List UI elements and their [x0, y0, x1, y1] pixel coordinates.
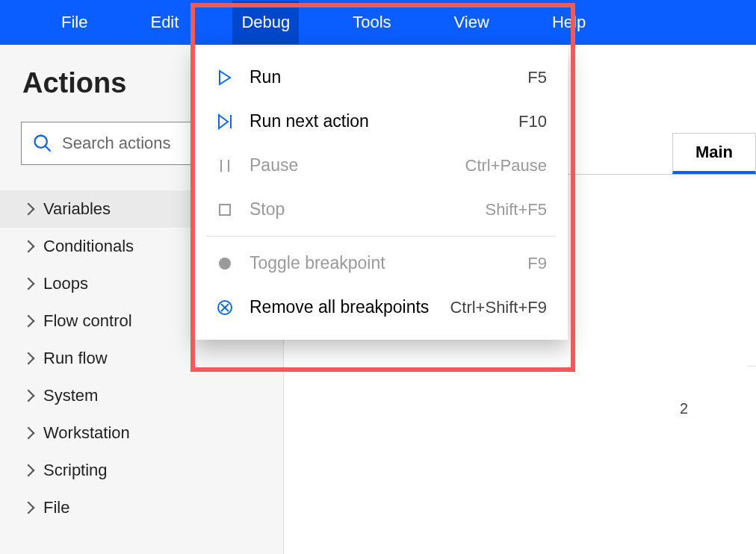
category-workstation[interactable]: Workstation	[0, 414, 283, 452]
debug-dropdown: Run F5 Run next action F10 Pause Ctrl+Pa…	[194, 45, 568, 340]
dd-shortcut: F9	[527, 254, 547, 273]
svg-rect-7	[220, 205, 230, 215]
menu-debug[interactable]: Debug	[232, 1, 299, 44]
stop-icon	[215, 203, 235, 217]
chevron-right-icon	[22, 390, 35, 402]
chevron-right-icon	[22, 427, 35, 440]
dd-label: Remove all breakpoints	[250, 297, 450, 317]
dd-separator	[206, 236, 556, 237]
category-file[interactable]: File	[0, 489, 283, 526]
dd-remove-breakpoints[interactable]: Remove all breakpoints Ctrl+Shift+F9	[194, 285, 568, 329]
pause-icon	[215, 158, 235, 173]
step-icon	[215, 113, 235, 130]
search-icon	[32, 133, 53, 154]
category-label: File	[43, 498, 69, 517]
menu-edit[interactable]: Edit	[141, 1, 188, 44]
menu-file[interactable]: File	[52, 1, 96, 44]
category-label: Conditionals	[43, 237, 134, 256]
chevron-right-icon	[22, 278, 35, 290]
dd-toggle-breakpoint: Toggle breakpoint F9	[194, 241, 568, 285]
svg-point-8	[219, 258, 231, 270]
dd-run[interactable]: Run F5	[194, 55, 568, 99]
category-label: Run flow	[43, 349, 108, 368]
category-system[interactable]: System	[0, 377, 283, 414]
category-label: Variables	[43, 199, 111, 219]
category-label: System	[43, 386, 98, 405]
svg-marker-3	[219, 115, 228, 128]
dd-label: Toggle breakpoint	[250, 253, 527, 273]
menubar: File Edit Debug Tools View Help	[0, 0, 756, 45]
step-display-input-dialog[interactable]: play input dialog play input dialog with…	[747, 231, 756, 341]
svg-marker-2	[220, 71, 230, 84]
category-label: Scripting	[43, 461, 108, 480]
category-label: Loops	[43, 274, 88, 293]
dd-label: Run next action	[250, 111, 518, 131]
tab-main[interactable]: Main	[672, 133, 756, 174]
menu-tools[interactable]: Tools	[344, 1, 400, 44]
dd-pause: Pause Ctrl+Pause	[194, 143, 568, 187]
remove-breakpoint-icon	[215, 299, 235, 316]
dd-label: Run	[250, 67, 527, 87]
dd-stop: Stop Shift+F5	[194, 187, 568, 231]
chevron-right-icon	[22, 464, 35, 477]
category-run-flow[interactable]: Run flow	[0, 340, 283, 377]
breakpoint-icon	[215, 256, 235, 271]
menu-help[interactable]: Help	[543, 1, 595, 44]
dd-label: Stop	[250, 199, 485, 220]
dd-shortcut: Ctrl+Shift+F9	[450, 298, 547, 317]
dd-shortcut: Ctrl+Pause	[465, 156, 547, 175]
dd-run-next[interactable]: Run next action F10	[194, 99, 568, 143]
category-label: Workstation	[43, 423, 130, 443]
dd-shortcut: F10	[518, 112, 547, 131]
step-display-message[interactable]: play message Display message 'Hello ' U …	[747, 366, 756, 449]
chevron-right-icon	[22, 315, 35, 328]
chevron-right-icon	[22, 352, 35, 365]
play-icon	[215, 69, 235, 86]
svg-point-0	[35, 136, 47, 148]
category-label: Flow control	[43, 311, 132, 331]
chevron-right-icon	[22, 502, 35, 514]
chevron-right-icon	[22, 203, 35, 216]
svg-line-1	[46, 146, 51, 152]
chevron-right-icon	[22, 240, 35, 253]
menu-view[interactable]: View	[445, 1, 498, 44]
category-scripting[interactable]: Scripting	[0, 452, 283, 489]
dd-shortcut: F5	[527, 68, 547, 87]
step-number: 2	[680, 400, 688, 417]
dd-label: Pause	[250, 155, 465, 175]
dd-shortcut: Shift+F5	[485, 200, 547, 220]
